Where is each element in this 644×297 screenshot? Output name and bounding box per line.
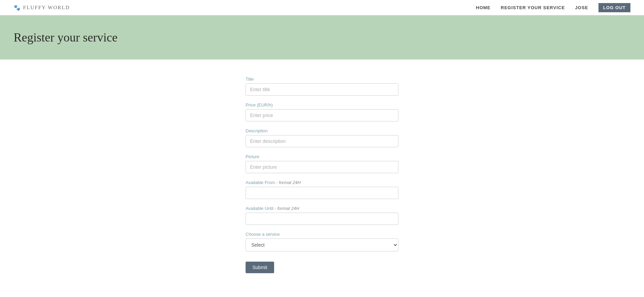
submit-button[interactable]: Submit: [246, 262, 274, 273]
title-group: Title: [246, 77, 398, 96]
description-input[interactable]: [246, 135, 398, 147]
service-type-label: Choose a service: [246, 232, 398, 237]
logout-button[interactable]: LOG OUT: [598, 3, 630, 12]
picture-label: Picture: [246, 154, 398, 159]
picture-input[interactable]: [246, 161, 398, 173]
description-label: Description: [246, 128, 398, 133]
page-title: Register your service: [14, 30, 118, 45]
nav-home[interactable]: HOME: [476, 5, 490, 10]
price-label: Price (EUR/h): [246, 102, 398, 108]
description-group: Description: [246, 128, 398, 147]
available-until-label: Available Until - format 24H: [246, 206, 398, 211]
available-from-label: Available From - format 24H: [246, 180, 398, 185]
price-group: Price (EUR/h): [246, 102, 398, 121]
navbar-links: HOME REGISTER YOUR SERVICE JOSE LOG OUT: [476, 3, 630, 12]
hero-banner: Register your service: [0, 15, 644, 60]
brand-name: FLUFFY WORLD: [23, 5, 70, 11]
picture-group: Picture: [246, 154, 398, 173]
available-until-format: format 24H: [278, 206, 299, 211]
navbar: 🐾 FLUFFY WORLD HOME REGISTER YOUR SERVIC…: [0, 0, 644, 15]
price-input[interactable]: [246, 109, 398, 121]
available-until-input[interactable]: 21: [246, 213, 398, 225]
service-type-select[interactable]: Select: [246, 238, 398, 251]
available-until-text: Available Until -: [246, 206, 276, 211]
form-container: Title Price (EUR/h) Description Picture …: [246, 77, 398, 273]
brand-logo: 🐾 FLUFFY WORLD: [14, 4, 70, 11]
available-from-text: Available From -: [246, 180, 278, 185]
available-from-input[interactable]: 10: [246, 187, 398, 199]
title-input[interactable]: [246, 83, 398, 96]
title-label: Title: [246, 77, 398, 82]
nav-user: JOSE: [575, 5, 588, 10]
nav-register-service[interactable]: REGISTER YOUR SERVICE: [501, 5, 565, 10]
available-until-group: Available Until - format 24H 21: [246, 206, 398, 225]
service-type-group: Choose a service Select: [246, 232, 398, 251]
available-from-group: Available From - format 24H 10: [246, 180, 398, 199]
available-from-format: format 24H: [279, 180, 301, 185]
paw-icon: 🐾: [14, 4, 21, 11]
form-section: Title Price (EUR/h) Description Picture …: [0, 60, 644, 297]
